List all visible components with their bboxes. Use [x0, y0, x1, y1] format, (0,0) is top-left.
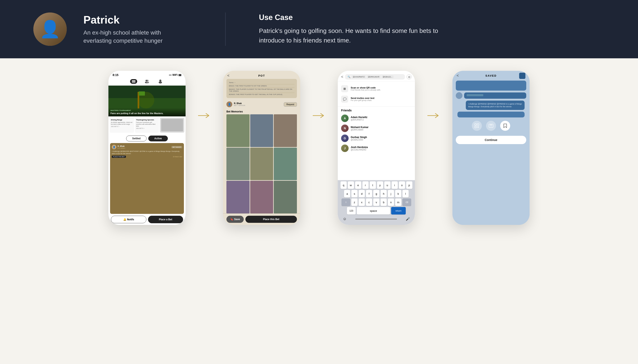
nav-person[interactable] — [157, 79, 164, 84]
key-n[interactable]: n — [388, 198, 394, 206]
bookmark-btn[interactable] — [500, 121, 510, 131]
svg-rect-13 — [475, 124, 476, 125]
battery-icon: ▮▮ — [178, 74, 181, 76]
card2-link[interactable]: SEE BETS > — [136, 128, 158, 129]
friend-3-avatar: G — [341, 134, 349, 142]
grid-item-8 — [250, 181, 273, 214]
svg-rect-14 — [477, 124, 479, 125]
card1-title: Driving Range — [111, 119, 133, 121]
keyboard-bottom: ☺ 🎤 — [339, 216, 414, 224]
challenge-text: I challenge @GBA2200 @HITHOMY @CPAK to a… — [112, 150, 182, 155]
key-a[interactable]: a — [344, 190, 350, 198]
settled-active-tabs[interactable]: Settled Active — [108, 134, 185, 143]
bet-card-3[interactable] — [160, 118, 184, 133]
key-g[interactable]: g — [373, 190, 379, 198]
avatar — [33, 12, 67, 46]
card1-link[interactable]: SEE BETS > — [111, 126, 133, 127]
key-o[interactable]: o — [399, 182, 405, 189]
key-j[interactable]: j — [388, 190, 394, 198]
text-title: Send invites over text — [351, 97, 374, 99]
request-button[interactable]: Request — [284, 102, 297, 106]
scan-btn[interactable] — [472, 121, 482, 131]
tag-2: @DRKUMAR — [367, 76, 381, 78]
emoji-key[interactable]: ☺ — [343, 217, 346, 221]
friend-4[interactable]: J Josh Herdoiza @COACHHERD — [338, 143, 415, 153]
key-shift[interactable]: ⇧ — [341, 198, 350, 206]
friend-3[interactable]: G Gurbaz Singh @GBAZ2000 — [338, 133, 415, 143]
key-123[interactable]: 123 — [347, 207, 356, 214]
nav-people[interactable] — [143, 79, 150, 84]
svg-rect-12 — [139, 92, 145, 96]
key-k[interactable]: k — [395, 190, 401, 198]
p4-content: I challenge @FRIEND @FRIEND @FRIEND to a… — [453, 79, 530, 225]
grid-item-5 — [250, 148, 273, 180]
key-return[interactable]: return — [391, 207, 406, 214]
bet-maker-name: R. Bhak — [234, 102, 282, 104]
search-input[interactable]: 🔍 @AHURWITZ @DRKUMAR @GBAZ2... — [345, 74, 405, 80]
svg-point-7 — [159, 82, 162, 84]
p4-title: SAVED — [485, 74, 497, 77]
key-i[interactable]: i — [391, 182, 398, 189]
tab-active[interactable]: Active — [148, 136, 168, 142]
key-q[interactable]: q — [340, 182, 347, 189]
continue-button[interactable]: Continue — [456, 136, 526, 144]
key-f[interactable]: f — [366, 190, 372, 198]
qr-option[interactable]: ⊞ Scan or show QR code Find friends that… — [341, 84, 411, 94]
place-bet-button[interactable]: Place a Bet — [148, 216, 183, 223]
add-button[interactable]: ⊕ — [406, 74, 411, 79]
p4-header: < SAVED — [453, 71, 530, 79]
bet-card-1[interactable]: Driving Range As Winter approaches, chec… — [110, 118, 134, 133]
key-c[interactable]: c — [366, 198, 372, 206]
key-space[interactable]: space — [357, 207, 390, 214]
key-t[interactable]: t — [370, 182, 376, 189]
grid-item-3 — [274, 114, 297, 147]
key-b[interactable]: b — [380, 198, 387, 206]
key-v[interactable]: v — [373, 198, 379, 206]
key-e[interactable]: e — [355, 182, 361, 189]
key-h[interactable]: h — [380, 190, 387, 198]
mic-key[interactable]: 🎤 — [406, 217, 410, 221]
terms-box: Terms → BINGO: THE FIRST PLAYER TO HIT T… — [227, 79, 297, 98]
key-y[interactable]: y — [377, 182, 383, 189]
nav-toggle[interactable] — [130, 79, 137, 84]
friend-1[interactable]: A Adam Hurwitz @AHURWITZ — [338, 113, 415, 123]
time: 8:15 — [113, 73, 118, 77]
key-x[interactable]: x — [359, 198, 365, 206]
grid-item-7 — [227, 181, 250, 214]
phone-1: 8:15 ▪▪▪ WiFi ▮▮ — [108, 71, 185, 225]
place-this-bet-button[interactable]: Place this Bet — [245, 216, 297, 223]
nav-bar[interactable] — [108, 78, 185, 86]
friend-1-avatar: A — [341, 114, 349, 122]
key-z[interactable]: z — [351, 198, 358, 206]
save-button[interactable]: 🔖 Save — [227, 216, 244, 223]
p4-action-btn[interactable] — [519, 73, 525, 79]
bet-maker-avatar: 👤 — [227, 102, 232, 107]
key-l[interactable]: l — [402, 190, 409, 198]
memories-grid — [227, 114, 297, 214]
p3-back-btn[interactable]: < — [341, 75, 343, 79]
key-u[interactable]: u — [384, 182, 390, 189]
notifs-button[interactable]: 🔔 Notifs — [111, 216, 146, 223]
place-this-bet-btn[interactable]: PLACE THIS BET — [112, 156, 126, 158]
key-w[interactable]: w — [348, 182, 354, 189]
challenge-badge: BET MAKER — [171, 146, 182, 148]
challenge-name: R. Bhak — [118, 145, 125, 147]
terms-link[interactable]: Terms → — [229, 81, 294, 84]
bet-card-2[interactable]: Thanksgiving Specials Fuel your hometown… — [135, 118, 159, 133]
key-p[interactable]: p — [406, 182, 412, 189]
key-r[interactable]: r — [362, 182, 369, 189]
friend-2[interactable]: N Nishant Kumar @DRKUMAR — [338, 123, 415, 133]
search-tags: @AHURWITZ @DRKUMAR @GBAZ2... — [352, 76, 394, 78]
p2-back-btn[interactable]: < — [227, 74, 230, 78]
share-options: ⊞ Scan or show QR code Find friends that… — [338, 82, 415, 106]
text-option[interactable]: 💬 Send invites over text For your golf g… — [341, 94, 411, 104]
tab-settled[interactable]: Settled — [126, 136, 147, 142]
key-s[interactable]: s — [351, 190, 358, 198]
share-btn[interactable] — [486, 121, 496, 131]
key-m[interactable]: m — [395, 198, 401, 206]
key-delete[interactable]: ⌫ — [402, 198, 411, 206]
grid-item-9 — [274, 181, 297, 214]
p4-back-btn[interactable]: < — [457, 74, 459, 78]
text-text: Send invites over text For your golf gro… — [351, 97, 374, 102]
key-d[interactable]: d — [359, 190, 365, 198]
